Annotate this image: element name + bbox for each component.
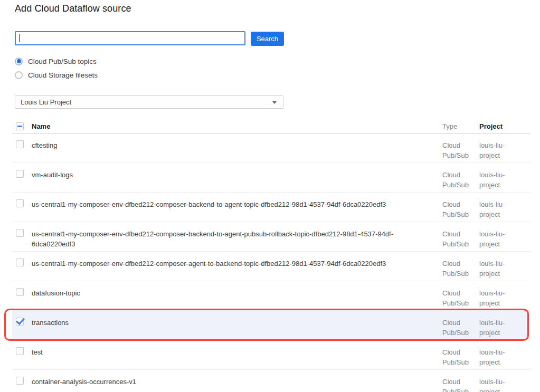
source-type: Cloud Pub/Sub [442,199,479,222]
source-project: louis-liu-project [479,229,530,251]
radio-cloud-storage-filesets[interactable]: Cloud Storage filesets [15,70,98,80]
table-row-transactions-selected[interactable]: transactions Cloud Pub/Sub louis-liu-pro… [12,311,530,340]
row-checkbox[interactable] [16,288,24,296]
radio-cloud-pubsub-topics[interactable]: Cloud Pub/Sub topics [15,56,97,66]
table-row[interactable]: us-central1-my-composer-env-dfbed212-com… [12,193,530,222]
page-title: Add Cloud Dataflow source [15,3,131,14]
source-type: Cloud Pub/Sub [442,140,479,162]
source-type: Cloud Pub/Sub [442,229,479,251]
table-row[interactable]: us-central1-my-composer-env-dfbed212-com… [12,252,530,281]
table-row[interactable]: us-central1-my-composer-env-dfbed212-com… [12,222,530,252]
radio-unselected-icon[interactable] [15,71,23,79]
source-name: us-central1-my-composer-env-dfbed212-com… [32,259,442,281]
source-type: Cloud Pub/Sub [442,259,479,281]
radio-selected-icon[interactable] [15,58,23,65]
source-project: louis-liu-project [479,140,530,162]
column-header-type: Type [442,121,479,131]
source-project: louis-liu-project [479,347,530,369]
column-header-name: Name [32,121,442,131]
column-header-project: Project [479,121,530,131]
source-project: louis-liu-project [479,288,530,310]
row-checkbox[interactable] [16,170,24,178]
source-project: louis-liu-project [479,199,530,222]
source-project: louis-liu-project [479,377,530,392]
row-checkbox-checked[interactable] [16,318,24,326]
row-checkbox[interactable] [16,259,24,266]
search-input[interactable] [15,31,245,45]
table-row[interactable]: container-analysis-occurrences-v1 Cloud … [12,370,530,392]
row-checkbox[interactable] [16,229,24,237]
source-name: us-central1-my-composer-env-dfbed212-com… [32,229,442,251]
source-type: Cloud Pub/Sub [442,288,479,310]
source-type: Cloud Pub/Sub [442,318,479,340]
source-name: us-central1-my-composer-env-dfbed212-com… [32,199,442,222]
table-row[interactable]: datafusion-topic Cloud Pub/Sub louis-liu… [12,281,530,311]
text-caret [19,34,20,42]
source-name: test [32,347,442,369]
source-name: datafusion-topic [32,288,442,310]
project-dropdown[interactable]: Louis Liu Project [15,95,283,109]
radio-label: Cloud Pub/Sub topics [28,58,97,65]
table-header-row: Name Type Project [12,120,530,133]
source-name: container-analysis-occurrences-v1 [32,377,442,392]
row-checkbox[interactable] [16,377,24,385]
source-project: louis-liu-project [479,259,530,281]
row-checkbox[interactable] [16,140,24,148]
chevron-down-icon [272,101,277,104]
table-row[interactable]: cftesting Cloud Pub/Sub louis-liu-projec… [12,133,530,163]
source-project: louis-liu-project [479,318,530,340]
select-all-checkbox[interactable] [16,122,24,130]
row-checkbox[interactable] [16,199,24,207]
source-type: Cloud Pub/Sub [442,377,479,392]
project-dropdown-value: Louis Liu Project [21,98,71,106]
source-type: Cloud Pub/Sub [442,170,479,192]
search-button[interactable]: Search [251,32,284,46]
source-name: vm-audit-logs [32,170,442,192]
table-row[interactable]: vm-audit-logs Cloud Pub/Sub louis-liu-pr… [12,163,530,193]
sources-table: Name Type Project cftesting Cloud Pub/Su… [12,120,530,392]
source-project: louis-liu-project [479,170,530,192]
source-type: Cloud Pub/Sub [442,347,479,369]
row-checkbox[interactable] [16,347,24,355]
source-name: transactions [32,318,442,340]
table-row[interactable]: test Cloud Pub/Sub louis-liu-project [12,340,530,370]
radio-label: Cloud Storage filesets [28,71,98,79]
source-name: cftesting [32,140,442,162]
add-dataflow-source-dialog: Add Cloud Dataflow source Search Cloud P… [0,0,540,392]
